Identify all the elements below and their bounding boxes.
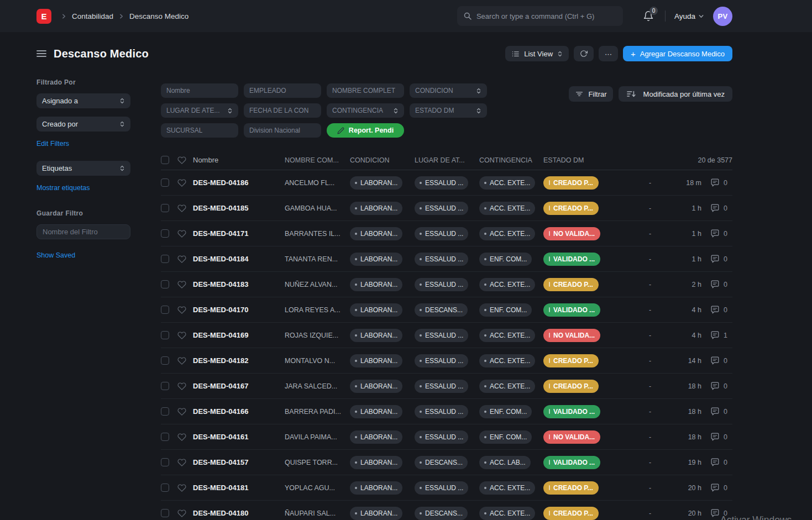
breadcrumb-item-contabilidad[interactable]: Contabilidad xyxy=(72,12,113,20)
breadcrumb-item-descanso-medico[interactable]: Descanso Medico xyxy=(129,12,188,20)
row-checkbox[interactable] xyxy=(161,204,169,212)
filter-field[interactable]: FECHA DE LA CON xyxy=(244,103,321,118)
row-comments[interactable]: 0 xyxy=(701,508,732,518)
filter-field[interactable]: SUCURSAL xyxy=(161,123,238,138)
row-id-link[interactable]: DES-MED-04170 xyxy=(193,306,285,314)
row-comments[interactable]: 0 xyxy=(701,356,732,365)
column-header-condicion[interactable]: CONDICION xyxy=(350,156,415,164)
row-checkbox[interactable] xyxy=(161,229,169,238)
select-all-checkbox[interactable] xyxy=(161,156,169,164)
heart-icon[interactable] xyxy=(177,255,193,264)
heart-icon[interactable] xyxy=(177,331,193,340)
row-comments[interactable]: 0 xyxy=(701,381,732,391)
add-descanso-medico-button[interactable]: + Agregar Descanso Medico xyxy=(623,46,732,61)
table-row[interactable]: DES-MED-04182 MONTALVO N... LABORAN... E… xyxy=(161,348,732,374)
heart-icon[interactable] xyxy=(177,306,193,314)
filter-field[interactable]: Division Nacional xyxy=(244,123,321,138)
edit-filters-link[interactable]: Edit Filters xyxy=(36,140,130,148)
filter-field[interactable]: EMPLEADO xyxy=(244,83,321,98)
table-row[interactable]: DES-MED-04171 BARRANTES IL... LABORAN...… xyxy=(161,221,732,246)
row-checkbox[interactable] xyxy=(161,331,169,339)
row-id-link[interactable]: DES-MED-04171 xyxy=(193,229,285,238)
row-id-link[interactable]: DES-MED-04183 xyxy=(193,280,285,288)
row-checkbox[interactable] xyxy=(161,407,169,416)
row-id-link[interactable]: DES-MED-04161 xyxy=(193,433,285,441)
filter-field[interactable]: CONDICION xyxy=(410,83,487,98)
row-id-link[interactable]: DES-MED-04185 xyxy=(193,204,285,212)
row-checkbox[interactable] xyxy=(161,433,169,441)
row-checkbox[interactable] xyxy=(161,382,169,390)
column-header-nombre-completo[interactable]: NOMBRE COM... xyxy=(285,156,350,164)
column-header-estado-dm[interactable]: ESTADO DM xyxy=(543,156,627,164)
show-saved-link[interactable]: Show Saved xyxy=(36,251,130,259)
table-row[interactable]: DES-MED-04169 ROJAS IZQUIE... LABORAN...… xyxy=(161,323,732,348)
row-id-link[interactable]: DES-MED-04180 xyxy=(193,509,285,517)
table-row[interactable]: DES-MED-04185 GAMBOA HUA... LABORAN... E… xyxy=(161,196,732,221)
column-header-nombre[interactable]: Nombre xyxy=(193,156,285,164)
sidebar-toggle-icon[interactable] xyxy=(36,50,46,57)
filter-field[interactable]: NOMBRE COMPLET xyxy=(327,83,404,98)
row-checkbox[interactable] xyxy=(161,484,169,492)
help-menu[interactable]: Ayuda xyxy=(674,12,704,20)
table-row[interactable]: DES-MED-04166 BARRERA PADI... LABORAN...… xyxy=(161,399,732,424)
row-comments[interactable]: 0 xyxy=(701,407,732,416)
filter-button[interactable]: Filtrar xyxy=(569,86,612,102)
row-checkbox[interactable] xyxy=(161,306,169,314)
filter-field[interactable]: Report. Pendi xyxy=(327,123,404,138)
tags-select[interactable]: Etiquetas xyxy=(36,161,130,176)
table-row[interactable]: DES-MED-04186 ANCELMO FL... LABORAN... E… xyxy=(161,170,732,196)
user-avatar[interactable]: PV xyxy=(713,7,732,26)
row-checkbox[interactable] xyxy=(161,255,169,263)
heart-icon[interactable] xyxy=(177,484,193,492)
assigned-to-select[interactable]: Asignado a xyxy=(36,93,130,108)
menu-button[interactable]: ··· xyxy=(599,46,618,61)
sort-button[interactable]: Modificada por última vez xyxy=(619,86,732,102)
row-id-link[interactable]: DES-MED-04167 xyxy=(193,382,285,390)
table-row[interactable]: DES-MED-04184 TANANTA REN... LABORAN... … xyxy=(161,246,732,272)
like-filter-heart-icon[interactable] xyxy=(177,156,193,165)
heart-icon[interactable] xyxy=(177,509,193,518)
row-comments[interactable]: 0 xyxy=(701,229,732,238)
table-row[interactable]: DES-MED-04183 NUÑEZ ALVAN... LABORAN... … xyxy=(161,272,732,297)
table-row[interactable]: DES-MED-04157 QUISPE TORR... LABORAN... … xyxy=(161,450,732,475)
row-checkbox[interactable] xyxy=(161,509,169,517)
row-checkbox[interactable] xyxy=(161,458,169,466)
heart-icon[interactable] xyxy=(177,280,193,289)
column-header-contingencia[interactable]: CONTINGENCIA xyxy=(479,156,543,164)
row-comments[interactable]: 0 xyxy=(701,458,732,467)
table-row[interactable]: DES-MED-04167 JARA SALCED... LABORAN... … xyxy=(161,374,732,399)
view-switcher-button[interactable]: List View xyxy=(505,46,569,61)
row-checkbox[interactable] xyxy=(161,356,169,365)
table-row[interactable]: DES-MED-04170 LORA REYES A... LABORAN...… xyxy=(161,297,732,323)
row-comments[interactable]: 0 xyxy=(701,305,732,314)
row-comments[interactable]: 0 xyxy=(701,203,732,213)
row-id-link[interactable]: DES-MED-04166 xyxy=(193,407,285,416)
heart-icon[interactable] xyxy=(177,433,193,442)
notifications-button[interactable]: 0 xyxy=(643,10,654,22)
heart-icon[interactable] xyxy=(177,178,193,187)
heart-icon[interactable] xyxy=(177,356,193,365)
row-comments[interactable]: 1 xyxy=(701,330,732,340)
row-checkbox[interactable] xyxy=(161,178,169,187)
row-id-link[interactable]: DES-MED-04184 xyxy=(193,255,285,263)
filter-field[interactable]: CONTINGENCIA xyxy=(327,103,404,118)
row-id-link[interactable]: DES-MED-04182 xyxy=(193,356,285,365)
heart-icon[interactable] xyxy=(177,382,193,391)
table-row[interactable]: DES-MED-04181 YOPLAC AGU... LABORAN... E… xyxy=(161,475,732,501)
global-search[interactable] xyxy=(457,6,623,26)
filter-field[interactable]: ESTADO DM xyxy=(410,103,487,118)
heart-icon[interactable] xyxy=(177,407,193,416)
created-by-select[interactable]: Creado por xyxy=(36,117,130,132)
table-row[interactable]: DES-MED-04161 DAVILA PAIMA... LABORAN...… xyxy=(161,424,732,450)
row-comments[interactable]: 0 xyxy=(701,178,732,187)
column-header-lugar[interactable]: LUGAR DE AT... xyxy=(415,156,479,164)
heart-icon[interactable] xyxy=(177,204,193,213)
heart-icon[interactable] xyxy=(177,458,193,467)
table-row[interactable]: DES-MED-04180 ÑAUPARI SAL... LABORAN... … xyxy=(161,501,732,520)
heart-icon[interactable] xyxy=(177,229,193,238)
row-comments[interactable]: 0 xyxy=(701,432,732,442)
row-comments[interactable]: 0 xyxy=(701,280,732,289)
app-logo[interactable]: E xyxy=(36,9,51,24)
row-id-link[interactable]: DES-MED-04181 xyxy=(193,484,285,492)
row-comments[interactable]: 0 xyxy=(701,254,732,264)
